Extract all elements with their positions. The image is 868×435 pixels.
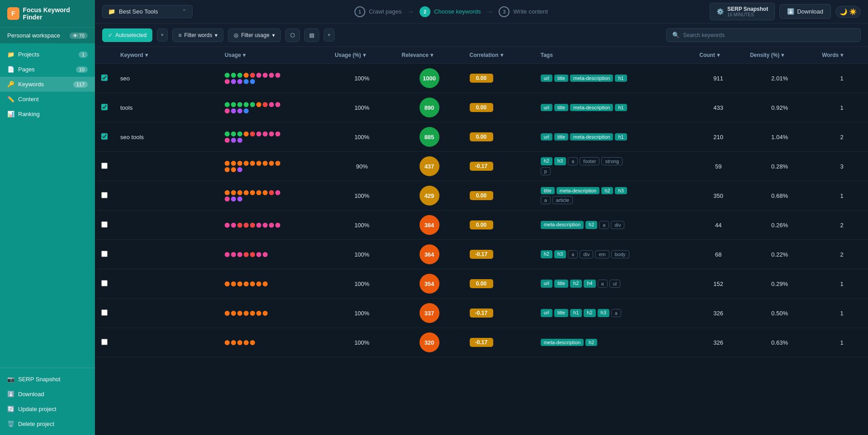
sidebar-item-content[interactable]: ✏️ Content	[0, 92, 95, 107]
list-view-button[interactable]: ▤	[304, 28, 319, 42]
view-caret[interactable]: ▾	[324, 28, 335, 42]
row-checkbox[interactable]	[101, 221, 108, 228]
usage-dot	[256, 281, 261, 286]
row-checkbox[interactable]	[101, 339, 108, 345]
tags-cell: urltitlemeta-descriptionh1	[534, 64, 693, 93]
usage-dot	[225, 108, 230, 113]
col-relevance[interactable]: Relevance ▾	[395, 47, 463, 64]
filter-usage-button[interactable]: ◎ Filter usage ▾	[228, 28, 281, 42]
search-input[interactable]	[683, 32, 855, 38]
tag: url	[541, 104, 552, 111]
download-button-top[interactable]: ⬇️ Download	[779, 4, 831, 19]
topbar: 📁 Best Seo Tools ⌃ 1 Crawl pages → 2 Cho…	[95, 0, 868, 23]
usage-dot	[237, 311, 242, 316]
usage-dot	[237, 131, 242, 136]
step-1-label: Crawl pages	[369, 8, 401, 15]
serp-snapshot-button[interactable]: ⚙️ SERP Snapshot 16 MINUTES	[710, 3, 775, 20]
table-body: seo100%10000.00urltitlemeta-descriptionh…	[95, 64, 868, 357]
words-cell: 1	[816, 299, 868, 328]
density-cell: 0.63%	[744, 328, 816, 357]
usage-pct-cell: 100%	[329, 93, 396, 122]
usage-dot	[225, 311, 230, 316]
delete-project-label: Delete project	[18, 421, 54, 427]
sidebar-item-pages-label: Pages	[18, 66, 35, 73]
col-density[interactable]: Density (%) ▾	[744, 47, 816, 64]
usage-dot	[231, 223, 236, 228]
usage-dot	[237, 102, 242, 107]
app-name: Focus Keyword Finder	[23, 6, 88, 21]
usage-dot	[225, 138, 230, 143]
col-correlation[interactable]: Correlation ▾	[463, 47, 534, 64]
usage-dot	[263, 73, 268, 78]
list-icon: ▤	[309, 32, 314, 38]
sidebar-item-pages[interactable]: 📄 Pages 10	[0, 62, 95, 77]
usage-dot	[275, 161, 280, 166]
row-checkbox[interactable]	[101, 280, 108, 286]
correlation-cell: -0.17	[463, 299, 534, 328]
tag: article	[552, 196, 573, 204]
words-cell: 2	[816, 122, 868, 152]
sidebar-item-delete-project[interactable]: 🗑️ Delete project	[0, 416, 95, 431]
tag: h1	[570, 309, 582, 317]
sidebar-item-update-project[interactable]: 🔄 Update project	[0, 402, 95, 416]
tags-cell: h2h3afooterstrongp	[534, 152, 693, 181]
tag: meta-description	[570, 104, 613, 111]
usage-dot	[250, 223, 255, 228]
tag: title	[554, 280, 568, 288]
usage-dot	[263, 131, 268, 136]
sidebar-item-download[interactable]: ⬇️ Download	[0, 387, 95, 402]
tag: ul	[609, 280, 621, 288]
row-checkbox[interactable]	[101, 251, 108, 257]
row-checkbox[interactable]	[101, 309, 108, 316]
col-words[interactable]: Words ▾	[816, 47, 868, 64]
project-name: Best Seo Tools	[119, 8, 158, 15]
tag: meta-description	[557, 187, 599, 194]
project-selector[interactable]: 📁 Best Seo Tools ⌃	[102, 5, 193, 18]
usage-dots-cell	[218, 122, 328, 152]
row-checkbox[interactable]	[101, 192, 108, 198]
col-count[interactable]: Count ▾	[693, 47, 744, 64]
usage-dot	[256, 102, 261, 107]
sidebar-item-projects[interactable]: 📁 Projects 1	[0, 47, 95, 62]
usage-dot	[269, 73, 274, 78]
autoselected-caret[interactable]: ▾	[157, 28, 168, 42]
sidebar-item-serp-snapshot[interactable]: 📷 SERP Snapshot	[0, 372, 95, 387]
usage-dots-cell	[218, 152, 328, 181]
sidebar-item-ranking[interactable]: 📊 Ranking	[0, 107, 95, 122]
usage-dot	[256, 223, 261, 228]
usage-dot	[237, 161, 242, 166]
tag: h4	[584, 280, 595, 288]
usage-dot	[275, 102, 280, 107]
tag: footer	[580, 157, 599, 165]
col-tags[interactable]: Tags	[534, 47, 693, 64]
autoselected-button[interactable]: ✓ Autoselected	[102, 28, 152, 42]
row-checkbox[interactable]	[101, 133, 108, 140]
col-keyword[interactable]: Keyword ▾	[114, 47, 218, 64]
words-cell: 1	[816, 181, 868, 210]
col-usage-pct[interactable]: Usage (%) ▾	[329, 47, 396, 64]
col-usage[interactable]: Usage ▾	[218, 47, 328, 64]
usage-dot	[231, 311, 236, 316]
relevance-cell: 320	[395, 328, 463, 357]
relevance-cell: 364	[395, 240, 463, 269]
usage-pct-cell: 90%	[329, 152, 396, 181]
tag: meta-description	[541, 221, 584, 229]
row-checkbox[interactable]	[101, 163, 108, 169]
folder-icon-small: 📁	[108, 8, 115, 15]
words-cell: 1	[816, 64, 868, 93]
step-arrow-2: →	[486, 8, 493, 16]
filter-words-button[interactable]: ≡ Filter words ▾	[172, 28, 223, 42]
download-label-top: Download	[797, 8, 823, 15]
tag: a	[611, 309, 621, 317]
grid-view-button[interactable]: ⬡	[285, 28, 300, 42]
theme-toggle[interactable]: 🌙 ☀️	[835, 6, 861, 18]
tag: title	[554, 309, 568, 317]
row-checkbox[interactable]	[101, 104, 108, 110]
row-checkbox[interactable]	[101, 75, 108, 81]
table-row: 100%364-0.17h2h3adivembody680.22%2	[95, 240, 868, 269]
usage-dot	[250, 281, 255, 286]
correlation-cell: -0.17	[463, 240, 534, 269]
usage-dot	[263, 161, 268, 166]
usage-dot	[231, 131, 236, 136]
sidebar-item-keywords[interactable]: 🔑 Keywords 117	[0, 77, 95, 92]
